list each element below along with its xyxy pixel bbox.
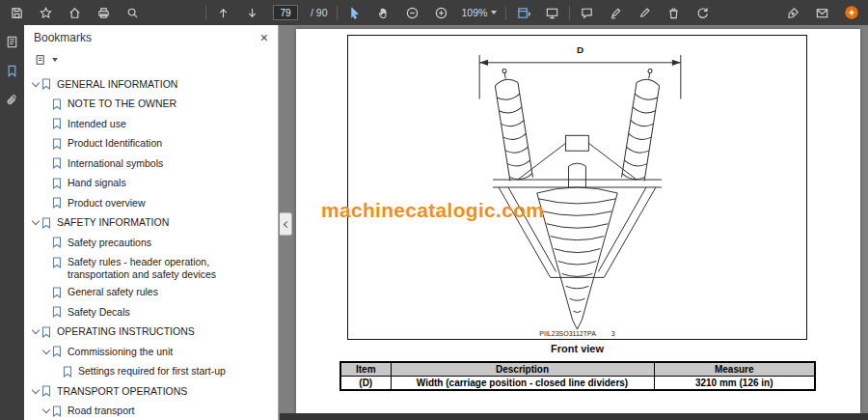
trash-icon[interactable] — [665, 5, 682, 21]
spec-table: Item Description Measure (D) Width (carr… — [339, 361, 816, 391]
close-icon[interactable]: × — [260, 31, 268, 44]
page-number-input[interactable] — [273, 5, 298, 20]
bookmark-item[interactable]: Product overview — [24, 194, 278, 214]
hand-tool-icon[interactable] — [375, 5, 392, 21]
chevron-down-icon[interactable] — [30, 216, 41, 228]
ai-assistant-icon[interactable] — [843, 5, 859, 21]
machine-drawing: D — [348, 36, 806, 339]
chevron-down-icon[interactable] — [30, 385, 41, 397]
chevron-slot — [51, 365, 63, 377]
figure-number: 3 — [611, 330, 615, 337]
bookmarks-tree: GENERAL INFORMATION NOTE TO THE OWNER In… — [24, 75, 278, 420]
attachments-paperclip-icon[interactable] — [4, 92, 20, 108]
bookmark-item[interactable]: Road transport — [24, 403, 278, 420]
bookmark-icon — [52, 197, 66, 212]
chevron-down-icon — [52, 58, 58, 62]
next-page-icon[interactable] — [244, 5, 260, 21]
bookmark-icon — [52, 137, 66, 153]
zoom-in-icon[interactable] — [433, 5, 449, 21]
chevron-down-icon[interactable] — [41, 346, 52, 357]
chevron-slot — [41, 118, 52, 129]
panel-collapse-button[interactable] — [280, 212, 292, 236]
bookmark-label: Safety Decals — [66, 306, 130, 319]
bookmark-item[interactable]: Settings required for first start-up — [24, 363, 278, 383]
bookmark-icon — [41, 385, 55, 401]
zoom-out-icon[interactable] — [404, 5, 420, 21]
col-description: Description — [391, 362, 654, 377]
bookmark-item[interactable]: Safety precautions — [24, 234, 278, 254]
chevron-slot — [41, 98, 52, 109]
zoom-level-dropdown[interactable]: 109% — [462, 7, 498, 18]
bookmark-item[interactable]: Intended use — [24, 115, 278, 135]
draw-pencil-icon[interactable] — [637, 5, 653, 21]
chevron-left-icon — [283, 220, 289, 227]
mail-icon[interactable] — [814, 5, 830, 21]
bookmark-label: SAFETY INFORMATION — [55, 216, 169, 229]
page-thumbnails-icon[interactable] — [4, 34, 20, 50]
bookmark-icon — [52, 177, 66, 192]
bookmark-label: Road transport — [66, 405, 134, 417]
bookmark-label: NOTE TO THE OWNER — [66, 98, 176, 110]
bookmark-icon — [41, 325, 55, 341]
bookmarks-panel-icon[interactable] — [4, 63, 20, 79]
star-icon[interactable] — [38, 5, 54, 21]
chevron-slot — [41, 306, 52, 318]
chevron-slot — [41, 177, 52, 188]
bookmark-icon — [52, 346, 66, 361]
sign-pen-icon[interactable] — [785, 5, 801, 21]
bookmark-item[interactable]: NOTE TO THE OWNER — [24, 96, 278, 116]
dimension-label: D — [577, 44, 583, 55]
bookmark-item[interactable]: General safety rules — [24, 284, 278, 304]
chevron-slot — [41, 197, 52, 209]
previous-page-icon[interactable] — [215, 5, 231, 21]
chevron-slot — [41, 256, 52, 267]
bookmark-item[interactable]: Commissioning the unit — [24, 343, 278, 363]
bookmark-item[interactable]: SAFETY INFORMATION — [24, 214, 278, 235]
bookmark-label: Intended use — [66, 118, 126, 130]
bookmark-item[interactable]: TRANSPORT OPERATIONS — [24, 382, 278, 403]
bookmark-item[interactable]: Hand signals — [24, 175, 278, 195]
bookmark-icon — [52, 118, 66, 133]
page-display-icon[interactable] — [515, 5, 531, 21]
bookmark-item[interactable]: Safety rules - header operation, transpo… — [24, 254, 278, 284]
bookmark-icon — [41, 216, 55, 232]
zoom-level-value: 109% — [462, 7, 488, 18]
chevron-down-icon[interactable] — [41, 405, 52, 416]
bookmark-item[interactable]: International symbols — [24, 154, 278, 175]
bookmark-item[interactable]: Safety Decals — [24, 303, 278, 323]
bookmark-label: International symbols — [66, 157, 163, 170]
bookmark-label: Safety precautions — [66, 237, 151, 249]
select-tool-icon[interactable] — [346, 5, 363, 21]
document-viewer: D PIIL23SO3112TPA3 machinecatalogic.com … — [280, 25, 868, 420]
bookmark-label: Product Identification — [66, 137, 162, 150]
comment-icon[interactable] — [579, 5, 595, 21]
bookmark-item[interactable]: OPERATING INSTRUCTIONS — [24, 323, 278, 344]
cell-description: Width (carriage position - closed line d… — [391, 377, 654, 391]
presentation-icon[interactable] — [544, 5, 560, 21]
chevron-down-icon[interactable] — [30, 325, 41, 337]
chevron-down-icon[interactable] — [30, 78, 41, 90]
home-icon[interactable] — [67, 5, 83, 21]
pdf-viewer-window: / 90 109% — [0, 0, 868, 420]
redo-icon[interactable] — [694, 5, 711, 21]
bookmark-icon — [52, 157, 66, 173]
chevron-slot — [41, 237, 52, 248]
save-icon[interactable] — [9, 5, 25, 21]
page-count-label: / 90 — [311, 7, 328, 18]
horizontal-scrollbar[interactable] — [280, 413, 868, 420]
table-header-row: Item Description Measure — [340, 362, 815, 377]
col-item: Item — [340, 362, 391, 377]
bookmark-item[interactable]: Product Identification — [24, 135, 278, 155]
chevron-slot — [41, 157, 52, 169]
bookmark-label: OPERATING INSTRUCTIONS — [55, 325, 195, 338]
highlight-icon[interactable] — [608, 5, 624, 21]
search-icon[interactable] — [124, 5, 141, 21]
bookmark-label: Product overview — [66, 197, 146, 210]
cell-measure: 3210 mm (126 in) — [654, 377, 815, 391]
bookmark-item[interactable]: GENERAL INFORMATION — [24, 75, 278, 96]
bookmark-options-icon[interactable] — [33, 52, 49, 69]
figure-code-line: PIIL23SO3112TPA3 — [348, 330, 806, 337]
bookmark-icon — [41, 78, 55, 94]
print-icon[interactable] — [95, 5, 112, 21]
bookmark-label: General safety rules — [66, 286, 158, 298]
